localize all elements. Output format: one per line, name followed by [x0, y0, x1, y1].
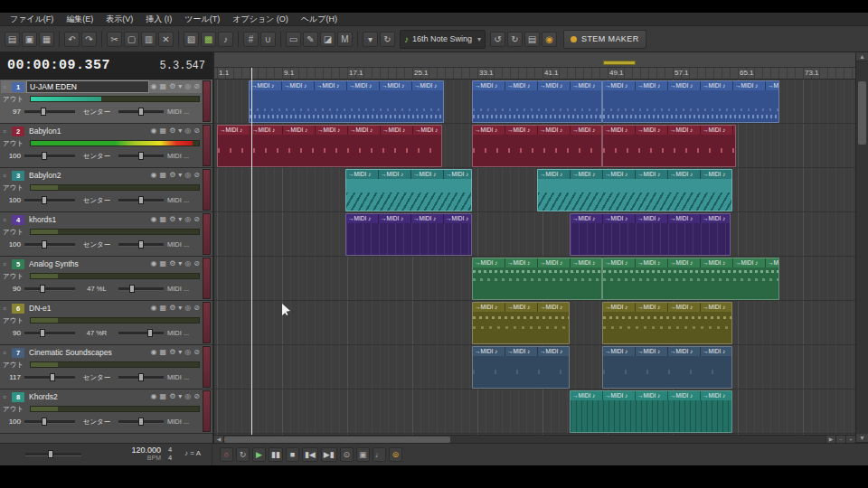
- mute-icon[interactable]: ◎: [184, 126, 191, 136]
- track-header[interactable]: ≡ 4 khords1 ◉ ▦ ⚙ ▾ ◎ ⊘: [3, 213, 200, 226]
- copy-icon[interactable]: ▢: [124, 32, 139, 47]
- drag-handle-icon[interactable]: ≡: [3, 128, 10, 135]
- drag-handle-icon[interactable]: ≡: [3, 261, 10, 267]
- midi-clip[interactable]: →MIDI ♪→MIDI ♪→MIDI ♪: [472, 302, 570, 344]
- midi-clip[interactable]: →MIDI ♪→MIDI ♪→MIDI ♪→MIDI ♪: [602, 302, 732, 344]
- midi-clip[interactable]: →MIDI ♪→MIDI ♪→MIDI ♪→MIDI ♪: [602, 125, 736, 167]
- volume-slider[interactable]: [24, 420, 75, 424]
- track-header[interactable]: ≡ 1 U-JAM EDEN ◉ ▦ ⚙ ▾ ◎ ⊘: [1, 80, 202, 93]
- pan-slider-handle[interactable]: [147, 329, 153, 337]
- scroll-down-button[interactable]: ▼: [856, 434, 868, 443]
- volume-slider[interactable]: [24, 332, 75, 335]
- volume-slider[interactable]: [24, 376, 75, 380]
- record-arm-icon[interactable]: ◉: [151, 126, 157, 136]
- freeze-icon[interactable]: ▦: [160, 126, 167, 136]
- chevron-down-icon[interactable]: ▾: [178, 170, 182, 181]
- record-arm-icon[interactable]: ◉: [151, 214, 157, 225]
- groove-quantize-select[interactable]: ♪ 16th Note Swing ▾: [400, 30, 486, 49]
- track-name[interactable]: khords1: [26, 214, 149, 225]
- volume-slider-handle[interactable]: [42, 152, 47, 160]
- pan-slider-handle[interactable]: [138, 240, 144, 249]
- mute-icon[interactable]: ◎: [184, 347, 191, 358]
- select-tool-icon[interactable]: ▭: [286, 32, 301, 47]
- mute-icon[interactable]: ◎: [184, 303, 191, 314]
- track-header[interactable]: ≡ 2 Babylon1 ◉ ▦ ⚙ ▾ ◎ ⊘: [3, 125, 200, 137]
- undo-icon[interactable]: ↶: [64, 32, 80, 47]
- solo-icon[interactable]: ⊘: [193, 170, 200, 181]
- tempo-slider-handle[interactable]: [48, 450, 53, 458]
- midi-clip[interactable]: →MIDI ♪→MIDI ♪→MIDI ♪→MIDI ♪→MIDI ♪→MIDI…: [249, 80, 444, 123]
- volume-slider-handle[interactable]: [42, 196, 47, 204]
- pan-slider[interactable]: [118, 110, 164, 114]
- track-name[interactable]: Analog Synths: [26, 258, 149, 269]
- playhead[interactable]: [251, 68, 252, 435]
- menu-item[interactable]: ヘルプ(H): [295, 13, 344, 26]
- new-file-icon[interactable]: ▤: [5, 32, 20, 47]
- erase-tool-icon[interactable]: ◪: [320, 32, 335, 47]
- midi-keyboard-icon[interactable]: ▤: [524, 32, 540, 47]
- pause-button[interactable]: ▮▮: [269, 447, 283, 462]
- volume-slider-handle[interactable]: [40, 285, 45, 293]
- volume-slider[interactable]: [24, 155, 75, 158]
- record-arm-icon[interactable]: ◉: [151, 347, 157, 358]
- menu-item[interactable]: 編集(E): [60, 13, 99, 26]
- rewind-button[interactable]: ▮◀: [302, 447, 318, 462]
- solo-icon[interactable]: ⊘: [193, 303, 200, 314]
- chevron-down-icon[interactable]: ▾: [178, 258, 182, 269]
- magnet-icon[interactable]: ∪: [260, 32, 276, 47]
- cut-icon[interactable]: ✂: [107, 32, 122, 47]
- gear-icon[interactable]: ⚙: [169, 258, 175, 269]
- draw-tool-icon[interactable]: ✎: [303, 32, 318, 47]
- punch-button[interactable]: ⊙: [340, 447, 354, 462]
- record-button[interactable]: ○: [220, 447, 233, 462]
- refresh-icon[interactable]: ↻: [507, 32, 523, 47]
- midi-clip[interactable]: →MIDI ♪→MIDI ♪→MIDI ♪→MIDI ♪: [602, 346, 732, 389]
- freeze-icon[interactable]: ▦: [160, 214, 167, 225]
- volume-slider[interactable]: [24, 110, 75, 114]
- metronome-button[interactable]: ♩: [373, 447, 386, 462]
- volume-slider[interactable]: [24, 287, 75, 291]
- volume-slider-handle[interactable]: [42, 240, 47, 249]
- pan-slider[interactable]: [118, 287, 164, 291]
- chevron-down-icon[interactable]: ▾: [178, 347, 182, 358]
- stop-button[interactable]: ■: [286, 447, 299, 462]
- pan-slider-handle[interactable]: [138, 152, 144, 160]
- volume-slider-handle[interactable]: [50, 373, 55, 381]
- play-button[interactable]: ▶: [252, 447, 266, 462]
- chevron-down-icon[interactable]: ▾: [178, 391, 182, 402]
- gear-icon[interactable]: ⚙: [169, 347, 175, 358]
- stem-maker-button[interactable]: STEM MAKER: [563, 30, 646, 49]
- pan-slider[interactable]: [118, 420, 164, 424]
- mute-icon[interactable]: ◎: [184, 81, 191, 92]
- drag-handle-icon[interactable]: ≡: [3, 217, 10, 223]
- open-file-icon[interactable]: ▣: [22, 32, 37, 47]
- chevron-down-icon[interactable]: ▾: [178, 303, 182, 314]
- chevron-down-icon[interactable]: ▾: [178, 126, 182, 136]
- track-header[interactable]: ≡ 8 Khords2 ◉ ▦ ⚙ ▾ ◎ ⊘: [3, 390, 200, 403]
- gear-icon[interactable]: ⚙: [169, 170, 175, 181]
- midi-clip[interactable]: →MIDI ♪→MIDI ♪→MIDI ♪→MIDI ♪: [345, 213, 472, 256]
- gear-icon[interactable]: ⚙: [169, 303, 175, 314]
- pan-slider[interactable]: [118, 199, 164, 202]
- save-icon[interactable]: ▦: [39, 32, 54, 47]
- freeze-icon[interactable]: ▦: [160, 170, 167, 181]
- midi-clip[interactable]: →MIDI ♪→MIDI ♪→MIDI ♪→MIDI ♪→MIDI ♪: [570, 213, 731, 256]
- track-name[interactable]: Khords2: [26, 391, 149, 402]
- gear-icon[interactable]: ⚙: [169, 81, 175, 92]
- volume-slider-handle[interactable]: [40, 329, 45, 337]
- scroll-up-button[interactable]: ▲: [856, 52, 868, 61]
- volume-slider-handle[interactable]: [41, 108, 46, 116]
- loop-region-marker[interactable]: [603, 61, 636, 65]
- gear-icon[interactable]: ⚙: [169, 391, 175, 402]
- midi-clip[interactable]: →MIDI ♪→MIDI ♪→MIDI ♪→MIDI ♪: [472, 80, 602, 123]
- pan-slider-handle[interactable]: [138, 108, 144, 116]
- midi-activity-icon[interactable]: ⊚: [389, 447, 402, 462]
- sync-icon[interactable]: ↺: [490, 32, 505, 47]
- record-arm-icon[interactable]: ◉: [151, 170, 157, 181]
- drag-handle-icon[interactable]: ≡: [3, 350, 10, 356]
- record-arm-icon[interactable]: ◉: [151, 81, 157, 92]
- solo-icon[interactable]: ⊘: [193, 214, 200, 225]
- track-name[interactable]: Babylon2: [26, 170, 149, 181]
- track-header[interactable]: ≡ 6 DN-e1 ◉ ▦ ⚙ ▾ ◎ ⊘: [3, 302, 200, 314]
- marker-lane[interactable]: [214, 52, 855, 68]
